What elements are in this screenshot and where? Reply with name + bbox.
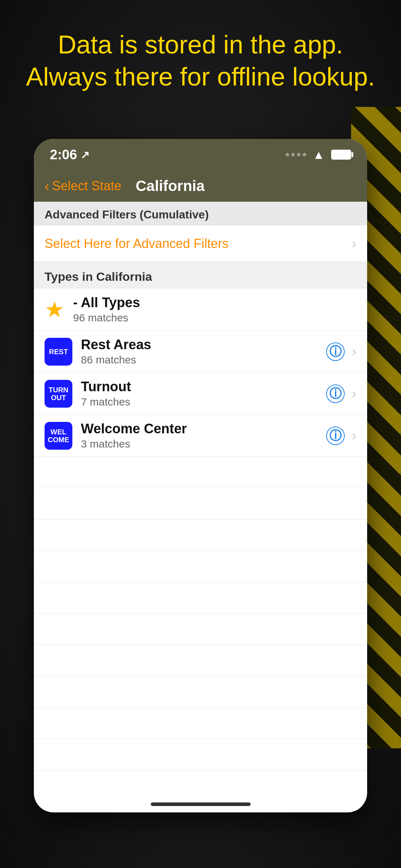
empty-row-6 — [34, 614, 367, 645]
turnout-badge-text: TURNOUT — [48, 386, 68, 402]
empty-row-4 — [34, 551, 367, 582]
rest-areas-info: Rest Areas 86 matches — [81, 337, 326, 366]
welcome-center-badge-text: WELCOME — [48, 428, 69, 444]
welcome-center-matches: 3 matches — [81, 438, 326, 450]
turnout-matches: 7 matches — [81, 396, 326, 408]
back-button[interactable]: ‹ Select State — [45, 178, 121, 194]
rest-areas-icon: REST — [45, 338, 72, 366]
welcome-center-icon: WELCOME — [45, 422, 72, 450]
all-types-name: - All Types — [73, 295, 356, 310]
back-label: Select State — [52, 179, 121, 193]
list-item-rest-areas[interactable]: REST Rest Areas 86 matches ⓘ › — [34, 331, 367, 373]
advanced-filters-header: Advanced Filters (Cumulative) — [34, 202, 367, 226]
turnout-chevron-icon: › — [352, 386, 356, 402]
rest-areas-actions: ⓘ › — [326, 342, 356, 361]
rest-areas-chevron-icon: › — [352, 343, 356, 360]
empty-row-7 — [34, 645, 367, 676]
list-item-welcome-center[interactable]: WELCOME Welcome Center 3 matches ⓘ › — [34, 415, 367, 457]
welcome-center-info-button[interactable]: ⓘ — [326, 427, 345, 445]
empty-row-1 — [34, 457, 367, 488]
empty-row-8 — [34, 676, 367, 708]
turnout-icon: TURNOUT — [45, 380, 72, 408]
welcome-center-actions: ⓘ › — [326, 427, 356, 445]
nav-bar: ‹ Select State California — [34, 170, 367, 202]
list-item-turnout[interactable]: TURNOUT Turnout 7 matches ⓘ › — [34, 373, 367, 415]
empty-row-5 — [34, 582, 367, 614]
status-bar: 2:06 ↗ ▲ — [34, 139, 367, 170]
empty-row-9 — [34, 708, 367, 739]
status-time-container: 2:06 ↗ — [50, 147, 89, 162]
turnout-info: Turnout 7 matches — [81, 379, 326, 408]
all-types-info: - All Types 96 matches — [73, 295, 356, 324]
advanced-filters-link[interactable]: Select Here for Advanced Filters — [45, 236, 228, 251]
wifi-icon: ▲ — [313, 148, 325, 162]
rest-areas-badge-text: REST — [49, 348, 68, 356]
turnout-name: Turnout — [81, 379, 326, 394]
empty-row-10 — [34, 739, 367, 770]
time-display: 2:06 — [50, 147, 77, 162]
battery-icon — [331, 150, 351, 160]
rest-areas-matches: 86 matches — [81, 354, 326, 366]
signal-icon — [286, 153, 306, 156]
rest-areas-name: Rest Areas — [81, 337, 326, 352]
empty-row-2 — [34, 488, 367, 520]
chevron-right-icon: › — [352, 236, 356, 252]
advanced-filters-row[interactable]: Select Here for Advanced Filters › — [34, 226, 367, 262]
types-section-header: Types in California — [34, 262, 367, 289]
empty-row-3 — [34, 520, 367, 551]
turnout-info-button[interactable]: ⓘ — [326, 384, 345, 403]
back-chevron-icon: ‹ — [45, 178, 49, 194]
tagline-container: Data is stored in the app. Always there … — [0, 29, 401, 93]
rest-areas-info-button[interactable]: ⓘ — [326, 342, 345, 361]
content-area: Advanced Filters (Cumulative) Select Her… — [34, 202, 367, 770]
tagline-line2: Always there for offline lookup. — [21, 61, 380, 93]
list-item-all-types[interactable]: ★ - All Types 96 matches — [34, 289, 367, 331]
welcome-center-info: Welcome Center 3 matches — [81, 421, 326, 450]
phone-frame: 2:06 ↗ ▲ ‹ Select State California Advan… — [34, 139, 367, 812]
status-icons: ▲ — [286, 148, 351, 162]
welcome-center-chevron-icon: › — [352, 428, 356, 444]
all-types-matches: 96 matches — [73, 312, 356, 324]
welcome-center-name: Welcome Center — [81, 421, 326, 436]
empty-rows — [34, 457, 367, 770]
turnout-actions: ⓘ › — [326, 384, 356, 403]
location-arrow-icon: ↗ — [81, 149, 89, 161]
nav-title: California — [135, 177, 205, 195]
home-indicator — [151, 802, 251, 806]
tagline-line1: Data is stored in the app. — [21, 29, 380, 61]
star-icon: ★ — [45, 296, 65, 322]
